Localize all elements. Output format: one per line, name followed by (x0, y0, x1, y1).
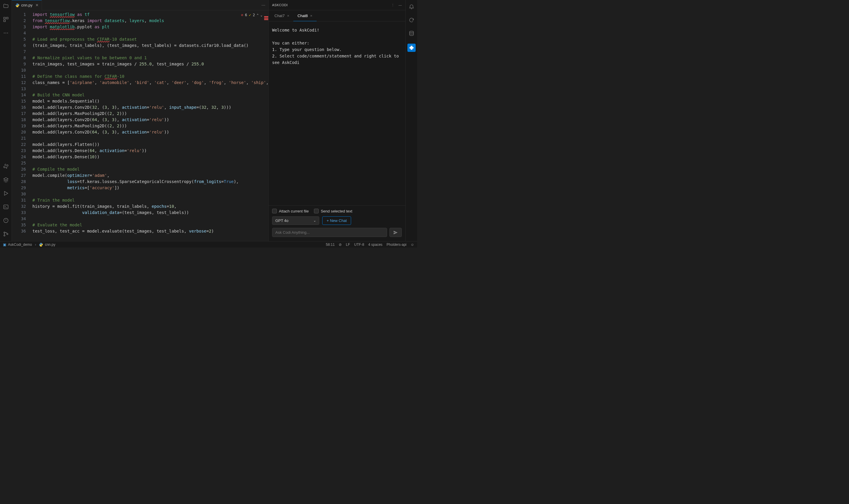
chat-tab[interactable]: Chat8× (293, 11, 316, 21)
editor-tab-cnn[interactable]: cnn.py ✕ (12, 0, 42, 10)
status-bar: ▣ AskCodi_demo › cnn.py 58:11 ⊘ LF UTF-8… (0, 241, 417, 248)
terminal-icon[interactable] (2, 203, 10, 211)
option2-text: 2. Select code/comment/statement and rig… (272, 53, 402, 66)
encoding-indicator[interactable]: UTF-8 (354, 242, 364, 247)
svg-point-10 (3, 235, 5, 236)
code-editor[interactable]: ⊘6 ✓2 ⌃ ⌄ 123456789101112131415161718192… (12, 10, 268, 241)
cursor-position[interactable]: 58:11 (326, 242, 335, 247)
svg-point-12 (410, 31, 413, 33)
editor-area: cnn.py ✕ ⋯ ⊘6 ✓2 ⌃ ⌄ 1234567891011121314… (12, 0, 268, 241)
python-env-icon[interactable] (2, 163, 10, 170)
close-icon[interactable]: × (310, 14, 312, 18)
askcodi-content: Welcome to AskCodi! You can either: 1. T… (269, 21, 405, 205)
layers-icon[interactable] (2, 176, 10, 183)
close-icon[interactable]: × (287, 14, 289, 18)
eol-indicator[interactable]: LF (346, 242, 350, 247)
chat-tab[interactable]: Chat7× (270, 11, 293, 21)
svg-rect-7 (3, 205, 8, 209)
language-indicator[interactable]: Pholders-api (386, 242, 406, 247)
askcodi-sidebar-icon[interactable] (408, 43, 416, 52)
database-icon[interactable] (408, 30, 415, 37)
tab-overflow-icon[interactable]: ⋯ (261, 3, 268, 7)
welcome-text: Welcome to AskCodi! (272, 27, 402, 33)
chevron-up-icon[interactable]: ⌃ (257, 12, 259, 18)
indent-indicator[interactable]: 4 spaces (368, 242, 382, 247)
close-icon[interactable]: ✕ (35, 3, 39, 7)
svg-point-11 (6, 233, 8, 235)
remote-indicator[interactable]: ▣ (3, 242, 6, 247)
svg-rect-14 (410, 47, 414, 49)
source-control-icon[interactable] (2, 231, 10, 237)
send-selected-checkbox[interactable]: Send selected text (314, 209, 352, 213)
option1-text: 1. Type your question below. (272, 46, 402, 53)
askcodi-panel: ASKCODI ⋮ — Chat7×Chat8× Welcome to AskC… (268, 0, 405, 241)
refresh-icon[interactable] (408, 17, 415, 23)
svg-rect-1 (6, 17, 8, 19)
bell-icon[interactable] (408, 3, 415, 10)
more-icon[interactable] (2, 30, 10, 37)
svg-marker-6 (4, 191, 8, 195)
svg-point-4 (5, 33, 6, 34)
python-file-icon (15, 3, 19, 7)
remote-name[interactable]: AskCodi_demo (8, 242, 32, 247)
extensions-icon[interactable] (2, 16, 10, 23)
minimize-icon[interactable]: — (399, 3, 402, 7)
svg-rect-0 (3, 17, 5, 19)
activity-bar (0, 0, 12, 241)
no-circle-icon[interactable]: ⊘ (339, 242, 342, 247)
svg-point-9 (3, 232, 5, 233)
ask-input[interactable] (272, 228, 387, 237)
editor-tab-bar: cnn.py ✕ ⋯ (12, 0, 268, 10)
new-chat-button[interactable]: + New Chat (322, 216, 351, 225)
right-activity-bar (405, 0, 417, 241)
warning-icon[interactable] (2, 217, 10, 224)
svg-rect-2 (3, 20, 5, 22)
svg-point-3 (3, 33, 4, 34)
breadcrumb-file[interactable]: cnn.py (45, 242, 55, 247)
askcodi-header: ASKCODI ⋮ — (269, 0, 405, 10)
chevron-down-icon: ⌄ (313, 219, 316, 222)
either-text: You can either: (272, 40, 402, 46)
svg-point-5 (7, 33, 8, 34)
askcodi-input-area: Attach current file Send selected text G… (269, 205, 405, 241)
run-icon[interactable] (2, 190, 10, 197)
code-content[interactable]: import tensorflow as tffrom tensorflow.k… (32, 10, 268, 241)
askcodi-title: ASKCODI (272, 3, 288, 7)
explorer-icon[interactable] (2, 2, 10, 10)
overview-ruler[interactable] (264, 16, 268, 20)
askcodi-tabs: Chat7×Chat8× (269, 10, 405, 21)
more-vertical-icon[interactable]: ⋮ (391, 3, 394, 7)
problems-indicator[interactable]: ⊘6 ✓2 ⌃ ⌄ (241, 12, 263, 18)
python-file-icon (39, 242, 43, 247)
tab-filename: cnn.py (21, 3, 32, 7)
chevron-down-icon[interactable]: ⌄ (260, 12, 263, 18)
feedback-icon[interactable]: ☺ (411, 242, 414, 247)
line-numbers: 1234567891011121314151617181920212223242… (12, 10, 32, 241)
model-select[interactable]: GPT 4o ⌄ (272, 216, 319, 225)
send-button[interactable] (390, 228, 402, 237)
attach-file-checkbox[interactable]: Attach current file (272, 209, 309, 213)
